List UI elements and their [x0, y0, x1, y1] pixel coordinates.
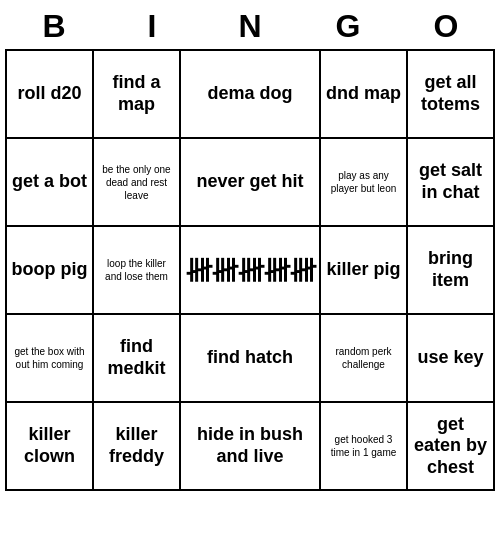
cell-9: get salt in chat — [408, 139, 495, 227]
cell-18: random perk challenge — [321, 315, 408, 403]
cell-10: boop pig — [7, 227, 94, 315]
cell-21: killer freddy — [94, 403, 181, 491]
cell-20: killer clown — [7, 403, 94, 491]
letter-b: B — [9, 8, 99, 45]
cell-24: get eaten by chest — [408, 403, 495, 491]
cell-22: hide in bush and live — [181, 403, 321, 491]
cell-17: find hatch — [181, 315, 321, 403]
cell-0: roll d20 — [7, 51, 94, 139]
cell-7: never get hit — [181, 139, 321, 227]
bingo-title: B I N G O — [5, 8, 495, 45]
cell-2: dema dog — [181, 51, 321, 139]
cell-16: find medkit — [94, 315, 181, 403]
letter-g: G — [303, 8, 393, 45]
cell-6: be the only one dead and rest leave — [94, 139, 181, 227]
tally-icon: 𝍸𝍸𝍸𝍸𝍸 — [185, 254, 315, 287]
cell-13: killer pig — [321, 227, 408, 315]
cell-4: get all totems — [408, 51, 495, 139]
cell-5: get a bot — [7, 139, 94, 227]
cell-1: find a map — [94, 51, 181, 139]
cell-14: bring item — [408, 227, 495, 315]
cell-8: play as any player but leon — [321, 139, 408, 227]
cell-3: dnd map — [321, 51, 408, 139]
letter-i: I — [107, 8, 197, 45]
cell-12-tally: 𝍸𝍸𝍸𝍸𝍸 — [181, 227, 321, 315]
cell-19: use key — [408, 315, 495, 403]
cell-15: get the box with out him coming — [7, 315, 94, 403]
cell-23: get hooked 3 time in 1 game — [321, 403, 408, 491]
bingo-card: B I N G O roll d20 find a map dema dog d… — [5, 8, 495, 491]
letter-n: N — [205, 8, 295, 45]
cell-11: loop the killer and lose them — [94, 227, 181, 315]
letter-o: O — [401, 8, 491, 45]
bingo-grid: roll d20 find a map dema dog dnd map get… — [5, 49, 495, 491]
